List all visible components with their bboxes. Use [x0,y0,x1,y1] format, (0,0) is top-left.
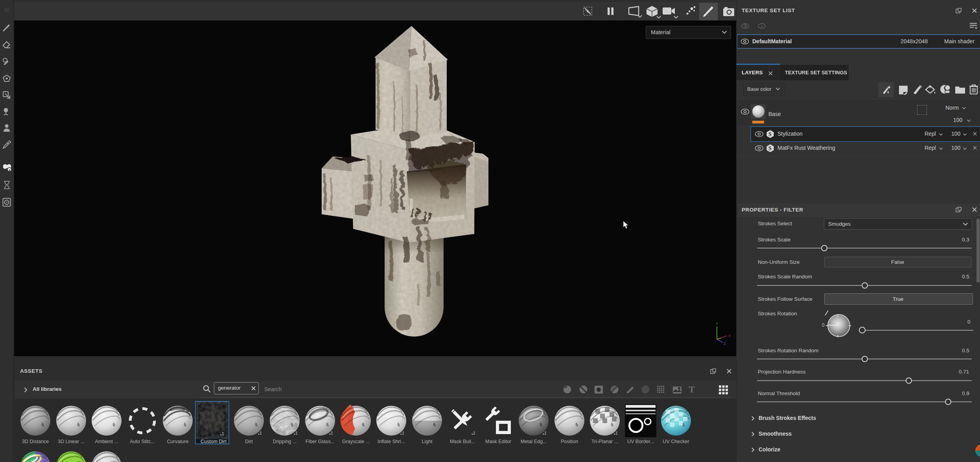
svg-text:Z: Z [724,342,726,345]
svg-text:S: S [768,145,772,151]
svg-text:S: S [768,131,772,137]
svg-text:X: X [728,334,731,338]
svg-text:1: 1 [9,168,11,172]
svg-text:1: 1 [761,24,763,28]
svg-text:Y: Y [716,322,718,326]
